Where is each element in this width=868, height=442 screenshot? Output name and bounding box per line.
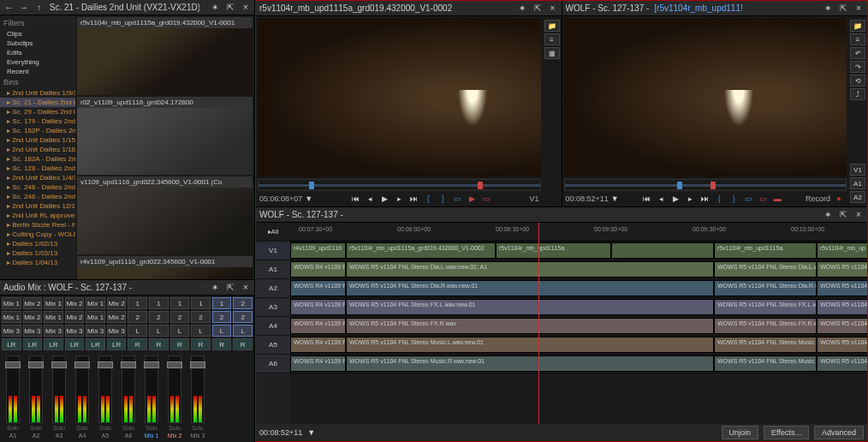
mix-cell[interactable]: 2 xyxy=(212,311,232,323)
solo-button[interactable]: Solo xyxy=(7,425,19,431)
timeline-clip[interactable]: WOWS R5 v1104 FX.L.wav.new.01 xyxy=(817,299,867,315)
mix-matrix[interactable]: Mix 1Mix 2Mix 1Mix 2Mix 1Mix 2111112Mix … xyxy=(0,296,254,352)
close-icon[interactable]: × xyxy=(853,210,864,220)
mix-cell[interactable]: Mix 2 xyxy=(107,311,127,323)
mix-cell[interactable]: Mix 2 xyxy=(65,297,85,309)
track-header[interactable]: V1 xyxy=(256,242,290,260)
fader-slider[interactable] xyxy=(52,355,66,423)
step-back-button[interactable]: ◂ xyxy=(364,194,376,204)
gear-icon[interactable]: ✶ xyxy=(823,3,833,14)
timeline-track[interactable]: WOWS R4 v1109 FNL Dia.L.wav.new.01: A1WO… xyxy=(290,260,867,279)
timeline-clip[interactable]: WOWS R5 v1104 FNL Stereo Music.R.wav.new… xyxy=(714,355,817,372)
timeline-clip[interactable]: WOWS R4 v1109 FNL Dia.L.wav.new.01: A1 xyxy=(290,261,346,278)
mix-cell[interactable]: R xyxy=(212,338,232,350)
timeline-clip[interactable]: WOWS R5 v1104 FNL Stereo Dia.R.wav.new.0… xyxy=(346,280,714,296)
source-monitor[interactable] xyxy=(258,18,541,177)
fader-slider[interactable] xyxy=(75,355,89,423)
timeline-clip[interactable]: WOWS R5 v1104 FNL Stereo Dia.L.wav.new.0… xyxy=(714,261,817,278)
mark-out-button[interactable]: } xyxy=(437,194,449,204)
source-scrubber[interactable] xyxy=(258,179,541,191)
extract-button[interactable]: ▭ xyxy=(757,194,769,204)
solo-button[interactable]: Solo xyxy=(99,425,111,431)
bin-item[interactable]: ▸ Sc. 29 - Dailies 2nd Unit xyxy=(0,107,75,116)
playhead[interactable] xyxy=(538,223,539,424)
skip-start-button[interactable]: ⏮ xyxy=(640,194,652,204)
mix-cell[interactable]: Mix 1 xyxy=(2,297,21,309)
effects-button[interactable]: Effects... xyxy=(764,426,809,439)
timeline-clip[interactable]: WOWS R4 v1109 FNL FX.L.wav.new.01 xyxy=(290,299,346,315)
mix-cell[interactable]: 2 xyxy=(191,311,211,323)
solo-button[interactable]: Solo xyxy=(192,425,204,431)
filter-item[interactable]: Clips xyxy=(0,29,75,39)
mix-cell[interactable]: Mix 2 xyxy=(23,311,43,323)
mix-cell[interactable]: R xyxy=(170,338,190,350)
solo-button[interactable]: Solo xyxy=(122,425,134,431)
close-icon[interactable]: × xyxy=(853,3,864,14)
mix-cell[interactable]: L xyxy=(128,325,147,337)
timeline-clip[interactable]: WOWS R5 v1104 FNL Stereo Dia.L.wav.new.0… xyxy=(346,261,714,278)
bin-item[interactable]: ▸ 2nd Unit Dailies 1/9/13 xyxy=(0,88,75,98)
timeline-track[interactable]: WOWS R4 v1109 FNL Dia.R.wav.new.01WOWS R… xyxy=(290,279,867,298)
filter-item[interactable]: Recent xyxy=(0,67,75,76)
timeline-clip[interactable]: WOWS R5 v1104 FNL Stereo Music.R.wav.new… xyxy=(346,355,714,372)
bin-thumbnails[interactable]: r5v1104r_mb_upd1115a_grd019.432000_V1-00… xyxy=(75,15,254,279)
clear-marks-button[interactable]: ▭ xyxy=(742,194,754,204)
gear-icon[interactable]: ✶ xyxy=(210,3,220,13)
timeline-options[interactable]: ▸All xyxy=(256,223,290,242)
mix-cell[interactable]: 2 xyxy=(149,311,169,323)
filter-item[interactable]: Edits xyxy=(0,48,75,57)
bin-item[interactable]: ▸ Sc. 182P - Dailies 2nd Unit xyxy=(0,126,75,135)
step-fwd-button[interactable]: ▸ xyxy=(393,194,405,204)
folder-icon[interactable]: 📁 xyxy=(850,20,865,32)
bin-item[interactable]: ▸ 2nd Unit Dailies 1/15/13 xyxy=(0,135,75,145)
skip-start-button[interactable]: ⏮ xyxy=(349,194,361,204)
mix-cell[interactable]: Mix 2 xyxy=(107,297,127,309)
timeline-clip[interactable]: WOWS R4 v1109 FNL FX.R.wav xyxy=(290,318,346,334)
timeline-clip[interactable]: WOWS R5 v1104 FNL Stereo Music.L.wav.new… xyxy=(714,337,817,353)
clear-marks-button[interactable]: ▭ xyxy=(451,194,463,204)
timeline-clip[interactable]: WOWS R5 v1104 FNL Stereo Music.L.wav.new… xyxy=(346,337,714,353)
track-a2[interactable]: A2 xyxy=(850,191,865,203)
mix-cell[interactable]: L xyxy=(191,325,211,337)
fader-slider[interactable] xyxy=(29,355,43,423)
pin-icon[interactable]: ⇱ xyxy=(838,3,848,14)
bin-item[interactable]: ▸ Sc. 21 - Dailies 2nd Unit xyxy=(0,98,75,107)
solo-button[interactable]: Solo xyxy=(169,425,181,431)
bin-item[interactable]: ▸ Cutting Copy - WOLF xyxy=(0,230,75,239)
advanced-button[interactable]: Advanced xyxy=(814,426,864,439)
solo-button[interactable]: Solo xyxy=(53,425,65,431)
sync-icon[interactable]: ⟲ xyxy=(850,75,865,87)
mix-cell[interactable]: 2 xyxy=(128,311,147,323)
mix-cell[interactable]: Mix 3 xyxy=(65,325,85,337)
mix-cell[interactable]: R xyxy=(128,338,147,350)
mix-cell[interactable]: Mix 3 xyxy=(107,325,127,337)
redo-icon[interactable]: ↷ xyxy=(850,61,865,73)
mix-cell[interactable]: 1 xyxy=(170,297,190,309)
folder-icon[interactable]: 📁 xyxy=(544,20,560,32)
filter-item[interactable]: Everything xyxy=(0,57,75,67)
bin-tree[interactable]: Filters ClipsSubclipsEditsEverythingRece… xyxy=(0,15,75,279)
track-header[interactable]: A4 xyxy=(256,317,290,336)
timeline-clip[interactable]: WOWS R4 v1109 FNL Music.L.wav.new.01 xyxy=(290,337,346,353)
mix-cell[interactable]: 1 xyxy=(191,297,211,309)
timeline-clip[interactable]: r5v1104r_mb_upd1115a_grd019.432000_V1-00… xyxy=(346,242,496,259)
timeline-clip[interactable]: WOWS R4 v1109 FNL Dia.R.wav.new.01 xyxy=(290,280,346,296)
timeline-ruler[interactable]: 00:07:30+0000:08:00+0000:08:30+0000:09:0… xyxy=(290,223,867,242)
mix-cell[interactable]: LR xyxy=(107,338,127,350)
mix-cell[interactable]: L xyxy=(170,325,190,337)
timeline-track-headers[interactable]: ▸All V1A1A2A3A4A5A6 xyxy=(256,223,290,424)
mix-cell[interactable]: Mix 3 xyxy=(86,325,105,337)
undo-icon[interactable]: ↶ xyxy=(850,47,865,59)
pin-icon[interactable]: ⇱ xyxy=(225,3,235,13)
mix-cell[interactable]: LR xyxy=(86,338,105,350)
timeline-clip[interactable]: WOWS R5 v1104 Music.L.wav.new.01 xyxy=(817,337,867,353)
mix-cell[interactable]: Mix 3 xyxy=(44,325,63,337)
gear-icon[interactable]: ✶ xyxy=(210,283,220,293)
mix-cell[interactable]: 2 xyxy=(233,297,253,309)
timeline-clip[interactable]: WOWS R5 v1104 Music.R.wav.new.01 xyxy=(817,355,867,372)
mix-cell[interactable]: LR xyxy=(23,338,43,350)
bin-item[interactable]: ▸ Dailies 1/03/13 xyxy=(0,248,75,258)
thumbnail-image[interactable] xyxy=(77,267,253,279)
solo-button[interactable]: Solo xyxy=(30,425,42,431)
mix-cell[interactable]: 1 xyxy=(212,297,232,309)
